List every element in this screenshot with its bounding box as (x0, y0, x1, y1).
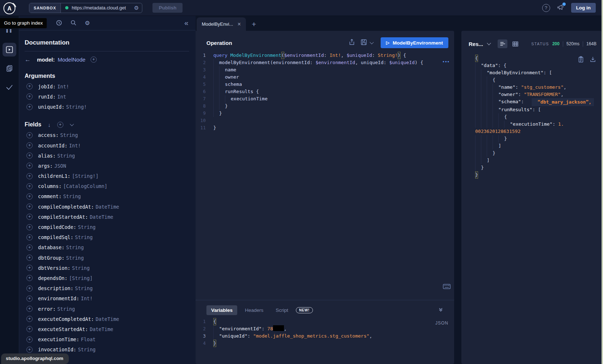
endpoint-url-input[interactable] (72, 5, 133, 11)
publish-button[interactable]: Publish (152, 3, 183, 13)
add-field-button[interactable]: + (26, 265, 33, 271)
field-type[interactable]: String (66, 244, 84, 250)
fields-chevron-down-icon[interactable] (70, 122, 74, 126)
field-name[interactable]: executeStartedAt: (38, 326, 88, 332)
response-json-view[interactable]: {"data": {"modelByEnvironment": [{"name"… (475, 55, 602, 179)
field-type[interactable]: Int! (69, 143, 81, 148)
tab-variables[interactable]: Variables (206, 305, 237, 315)
response-dropdown-chevron-icon[interactable] (487, 41, 491, 45)
field-name[interactable]: environmentId: (38, 296, 79, 301)
field-type[interactable]: String (75, 285, 93, 291)
field-type[interactable]: String (78, 224, 96, 230)
field-type[interactable]: Int (57, 94, 66, 100)
add-field-button[interactable]: + (26, 255, 33, 261)
add-field-button[interactable]: + (26, 336, 33, 343)
field-type[interactable]: DateTime (90, 214, 113, 220)
field-type[interactable]: Float (81, 336, 96, 342)
operation-editor[interactable]: 1query ModelByEnvironment($environmentId… (196, 52, 454, 131)
keyboard-shortcuts-icon[interactable] (443, 284, 451, 290)
field-name[interactable]: dependsOn: (38, 275, 67, 281)
announcements-megaphone-icon[interactable] (557, 4, 565, 12)
field-name[interactable]: args: (38, 163, 53, 169)
explorer-icon[interactable] (3, 43, 16, 57)
checks-icon[interactable] (3, 80, 16, 94)
field-name[interactable]: compiledSql: (38, 234, 74, 240)
field-type[interactable]: String (78, 347, 96, 352)
field-name[interactable]: dbtVersion: (38, 265, 70, 271)
collapse-variables-icon[interactable] (438, 307, 443, 314)
field-type[interactable]: DateTime (96, 316, 119, 322)
field-name[interactable]: executionTime: (38, 336, 79, 342)
field-name[interactable]: executeCompletedAt: (38, 316, 94, 322)
field-type[interactable]: Int! (57, 84, 69, 89)
field-name[interactable]: compileStartedAt: (38, 214, 88, 220)
add-all-fields-button[interactable]: + (57, 122, 63, 128)
add-field-button[interactable]: + (26, 285, 33, 292)
field-type[interactable]: String (57, 153, 75, 159)
endpoint-settings-gear-icon[interactable]: ⚙ (133, 5, 142, 11)
add-field-button[interactable]: + (26, 193, 33, 200)
history-icon[interactable] (56, 20, 62, 26)
field-name[interactable]: error: (38, 306, 56, 312)
settings-gear-icon[interactable]: ⚙ (85, 20, 90, 26)
field-name[interactable]: accountId: (38, 143, 67, 148)
save-options-chevron-icon[interactable] (370, 40, 374, 44)
field-type[interactable]: [String] (69, 275, 93, 281)
add-field-button[interactable]: + (26, 316, 33, 322)
variables-editor[interactable]: 1{2"environmentId": 78,3"uniqueId": "mod… (196, 318, 454, 347)
tab-script[interactable]: Script (271, 305, 293, 315)
sort-down-arrow-icon[interactable]: ↓ (48, 122, 51, 128)
add-field-button[interactable]: + (26, 234, 33, 240)
apollo-logo[interactable]: A (3, 1, 16, 14)
add-field-button[interactable]: + (26, 244, 33, 251)
field-type[interactable]: String (57, 306, 75, 312)
share-icon[interactable] (349, 39, 355, 47)
field-name[interactable]: columns: (38, 183, 62, 189)
add-field-button[interactable]: + (26, 142, 33, 148)
add-field-button[interactable]: + (26, 306, 33, 312)
field-name[interactable]: access: (38, 132, 59, 138)
add-field-button[interactable]: + (26, 83, 33, 89)
field-type[interactable]: [String!] (72, 173, 99, 179)
type-name-link[interactable]: ModelNode (58, 57, 85, 63)
window-scrollbar[interactable] (602, 0, 603, 364)
response-title[interactable]: Res... (469, 41, 483, 47)
tab-close-icon[interactable]: × (238, 21, 241, 28)
field-type[interactable]: JSON (54, 163, 66, 169)
field-type[interactable]: [CatalogColumn] (63, 183, 107, 189)
tab-model-by-environment[interactable]: ModelByEnvi... × (197, 17, 246, 31)
field-name[interactable]: jobId: (38, 84, 56, 89)
run-operation-button[interactable]: ▷ ModelByEnvironment (381, 37, 448, 48)
search-icon[interactable] (70, 20, 77, 26)
field-name[interactable]: childrenL1: (38, 173, 70, 179)
field-type[interactable]: DateTime (90, 326, 113, 332)
field-name[interactable]: runId: (38, 94, 56, 100)
field-name[interactable]: alias: (38, 153, 56, 159)
add-field-button[interactable]: + (26, 163, 33, 169)
field-name[interactable]: comment: (38, 193, 62, 199)
field-type[interactable]: String (75, 234, 93, 240)
tree-view-button[interactable] (498, 39, 507, 48)
field-name[interactable]: compiledCode: (38, 224, 76, 230)
editor-options-ellipsis-icon[interactable]: ••• (443, 59, 450, 64)
field-name[interactable]: compileCompletedAt: (38, 204, 94, 210)
table-view-button[interactable] (510, 39, 520, 48)
add-field-button[interactable]: + (26, 326, 33, 332)
add-field-button[interactable]: + (26, 93, 33, 100)
field-name[interactable]: description: (38, 285, 74, 291)
login-button[interactable]: Log in (571, 3, 596, 13)
field-type[interactable]: String (72, 265, 90, 271)
add-field-button[interactable]: + (26, 104, 33, 110)
add-field-button[interactable]: + (26, 296, 33, 302)
new-tab-button[interactable]: + (252, 20, 256, 29)
tab-headers[interactable]: Headers (240, 305, 268, 315)
add-field-button[interactable]: + (26, 224, 33, 230)
add-field-button[interactable]: + (26, 173, 33, 179)
field-name[interactable]: database: (38, 244, 64, 250)
field-name[interactable]: uniqueId: (38, 104, 64, 110)
field-name[interactable]: dbtGroup: (38, 255, 64, 261)
field-name[interactable]: invocationId: (38, 347, 76, 352)
add-field-button[interactable]: + (26, 204, 33, 210)
field-type[interactable]: String (60, 132, 78, 138)
add-field-button[interactable]: + (26, 132, 33, 138)
